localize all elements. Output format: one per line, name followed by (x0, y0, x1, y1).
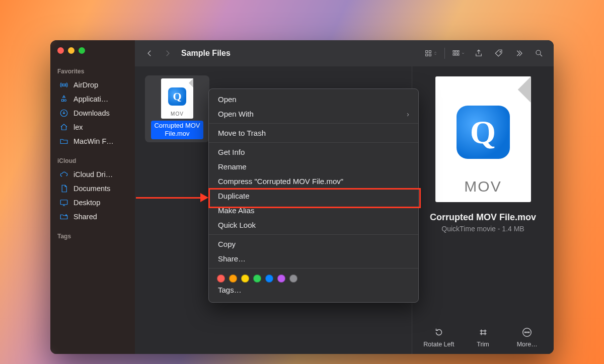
ctx-tag-colors (209, 268, 418, 283)
view-mode-button[interactable] (424, 47, 437, 60)
sidebar-item-desktop[interactable]: Desktop (57, 196, 130, 210)
airdrop-icon (59, 80, 68, 89)
tag-color-green[interactable] (253, 275, 261, 283)
ctx-duplicate[interactable]: Duplicate (209, 189, 418, 203)
tag-color-blue[interactable] (265, 275, 273, 283)
tags-button[interactable] (492, 47, 505, 60)
svg-rect-6 (426, 54, 428, 56)
ctx-open[interactable]: Open (209, 92, 418, 107)
shared-icon (59, 212, 68, 221)
sidebar-item-label: Desktop (73, 199, 100, 207)
ctx-share[interactable]: Share… (209, 251, 418, 266)
ctx-tags[interactable]: Tags… (209, 283, 418, 297)
preview-action-rotate-left[interactable]: Rotate Left (419, 327, 459, 348)
nav-forward-button[interactable] (161, 47, 174, 60)
preview-action-trim[interactable]: Trim (464, 327, 503, 348)
tag-color-gray[interactable] (289, 275, 297, 283)
trim-icon (478, 327, 489, 338)
file-name-label: Corrupted MOV File.mov (151, 121, 203, 139)
ctx-make-alias[interactable]: Make Alias (209, 203, 418, 218)
preview-action-label: More… (517, 341, 538, 348)
more-icon (521, 327, 533, 338)
document-icon (59, 184, 68, 193)
toolbar: Sample Files (135, 40, 554, 66)
ctx-open-with[interactable]: Open With› (209, 107, 418, 121)
preview-action-more[interactable]: More… (507, 327, 547, 348)
tag-color-red[interactable] (217, 275, 225, 283)
quicktime-icon (168, 87, 186, 106)
sidebar-section-favorites: Favorites (57, 68, 130, 75)
home-icon (59, 123, 68, 132)
close-window-button[interactable] (57, 47, 64, 54)
ctx-rename[interactable]: Rename (209, 159, 418, 174)
sidebar-item-icloud-drive[interactable]: iCloud Dri… (57, 167, 130, 181)
svg-point-15 (536, 50, 541, 55)
sidebar-item-label: lex (73, 123, 83, 131)
svg-point-17 (525, 332, 526, 333)
svg-rect-13 (458, 54, 459, 55)
preview-subtitle: QuickTime movie - 1.4 MB (441, 225, 524, 233)
context-menu: Open Open With› Move to Trash Get Info R… (208, 88, 419, 303)
cloud-icon (59, 170, 68, 179)
sidebar-item-macwin[interactable]: MacWin F… (57, 134, 130, 148)
svg-point-14 (500, 51, 501, 52)
sidebar: Favorites AirDrop Applicati… Downloads l… (50, 40, 135, 354)
sidebar-item-home[interactable]: lex (57, 120, 130, 134)
preview-ext-label: MOV (435, 178, 531, 195)
sidebar-item-label: Documents (73, 185, 110, 193)
svg-rect-7 (429, 54, 431, 56)
svg-rect-8 (453, 51, 455, 52)
svg-rect-12 (456, 54, 457, 55)
sidebar-item-airdrop[interactable]: AirDrop (57, 78, 130, 92)
sidebar-section-icloud: iCloud (57, 157, 130, 164)
sidebar-item-label: Applicati… (73, 95, 108, 103)
toolbar-overflow-button[interactable] (512, 47, 525, 60)
rotate-left-icon (433, 327, 444, 338)
chevron-right-icon: › (407, 110, 409, 118)
sidebar-item-downloads[interactable]: Downloads (57, 106, 130, 120)
sidebar-item-applications[interactable]: Applicati… (57, 92, 130, 106)
svg-rect-5 (429, 51, 431, 53)
svg-rect-10 (458, 51, 459, 52)
file-thumbnail: MOV (161, 78, 193, 119)
folder-icon (59, 137, 68, 146)
sidebar-item-label: iCloud Dri… (73, 170, 113, 178)
sidebar-item-label: MacWin F… (73, 137, 114, 145)
sidebar-item-label: Downloads (73, 109, 110, 117)
desktop-icon (59, 198, 68, 207)
ctx-quick-look[interactable]: Quick Look (209, 218, 418, 232)
share-button[interactable] (472, 47, 485, 60)
zoom-window-button[interactable] (79, 47, 85, 54)
window-controls (57, 47, 130, 54)
preview-actions: Rotate Left Trim More… (419, 320, 547, 348)
tag-color-yellow[interactable] (241, 275, 249, 283)
svg-point-0 (63, 84, 65, 86)
sidebar-section-tags: Tags (57, 233, 130, 240)
preview-pane: MOV Corrupted MOV File.mov QuickTime mov… (412, 66, 554, 354)
sidebar-item-label: AirDrop (73, 81, 98, 89)
nav-back-button[interactable] (143, 47, 156, 60)
group-by-button[interactable] (452, 47, 465, 60)
ctx-copy[interactable]: Copy (209, 234, 418, 251)
preview-action-label: Rotate Left (423, 341, 454, 348)
ctx-move-to-trash[interactable]: Move to Trash (209, 123, 418, 140)
file-item-selected[interactable]: MOV Corrupted MOV File.mov (145, 75, 209, 142)
svg-rect-2 (60, 200, 67, 205)
sidebar-item-shared[interactable]: Shared (57, 210, 130, 224)
svg-rect-9 (456, 51, 457, 52)
svg-rect-4 (426, 51, 428, 53)
ctx-compress[interactable]: Compress "Corrupted MOV File.mov" (209, 174, 418, 189)
file-ext-label: MOV (161, 111, 193, 117)
window-title: Sample Files (181, 49, 231, 58)
sidebar-item-documents[interactable]: Documents (57, 181, 130, 196)
downloads-icon (59, 109, 68, 118)
tag-color-purple[interactable] (277, 275, 285, 283)
tag-color-orange[interactable] (229, 275, 237, 283)
preview-action-label: Trim (477, 341, 489, 348)
svg-rect-11 (453, 54, 455, 55)
svg-point-18 (526, 332, 527, 333)
search-button[interactable] (533, 47, 546, 60)
ctx-get-info[interactable]: Get Info (209, 142, 418, 159)
quicktime-icon (457, 106, 510, 159)
minimize-window-button[interactable] (68, 47, 74, 54)
